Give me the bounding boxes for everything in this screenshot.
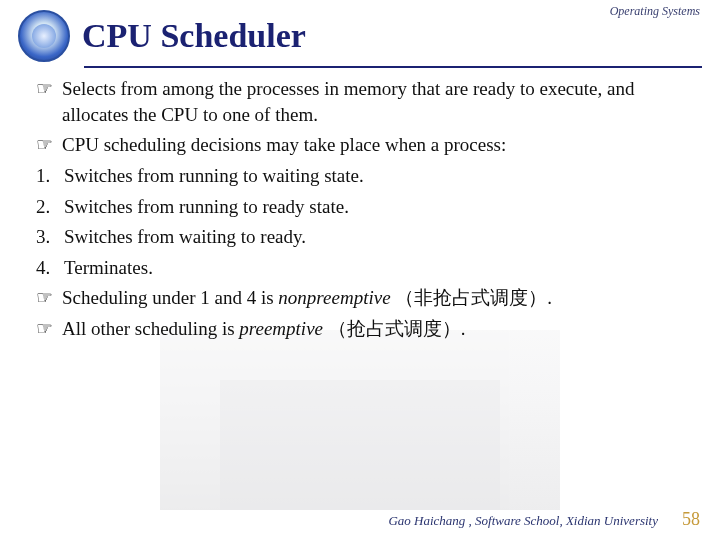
- emphasis: preemptive: [239, 318, 327, 339]
- bullet-item: ☞ Scheduling under 1 and 4 is nonpreempt…: [36, 285, 688, 311]
- bullet-text: Selects from among the processes in memo…: [62, 76, 688, 127]
- page-number: 58: [682, 509, 700, 530]
- footer: Gao Haichang , Software School, Xidian U…: [388, 509, 700, 530]
- list-item: 4. Terminates.: [36, 255, 688, 281]
- list-text: Switches from waiting to ready.: [64, 224, 688, 250]
- pointer-icon: ☞: [36, 76, 56, 127]
- pointer-icon: ☞: [36, 285, 56, 311]
- pointer-icon: ☞: [36, 132, 56, 158]
- text-run: .: [461, 318, 466, 339]
- list-number: 1.: [36, 163, 58, 189]
- text-run: Scheduling under 1 and 4 is: [62, 287, 278, 308]
- footer-credit: Gao Haichang , Software School, Xidian U…: [388, 513, 658, 529]
- title-underline: [84, 66, 702, 68]
- bullet-item: ☞ Selects from among the processes in me…: [36, 76, 688, 127]
- bullet-item: ☞ CPU scheduling decisions may take plac…: [36, 132, 688, 158]
- course-label: Operating Systems: [610, 4, 700, 19]
- emphasis: nonpreemptive: [278, 287, 395, 308]
- slide-title: CPU Scheduler: [82, 17, 306, 55]
- list-text: Switches from running to waiting state.: [64, 163, 688, 189]
- text-run: .: [547, 287, 552, 308]
- bullet-text: Scheduling under 1 and 4 is nonpreemptiv…: [62, 285, 688, 311]
- content-body: ☞ Selects from among the processes in me…: [18, 76, 702, 342]
- slide: Operating Systems CPU Scheduler ☞ Select…: [0, 0, 720, 540]
- list-item: 3. Switches from waiting to ready.: [36, 224, 688, 250]
- list-number: 4.: [36, 255, 58, 281]
- header: CPU Scheduler: [18, 10, 702, 62]
- university-logo-icon: [18, 10, 70, 62]
- list-number: 2.: [36, 194, 58, 220]
- list-text: Terminates.: [64, 255, 688, 281]
- cjk-text: （非抢占式调度）: [395, 287, 547, 308]
- list-item: 1. Switches from running to waiting stat…: [36, 163, 688, 189]
- bullet-text: CPU scheduling decisions may take place …: [62, 132, 688, 158]
- bullet-text: All other scheduling is preemptive （抢占式调…: [62, 316, 688, 342]
- list-item: 2. Switches from running to ready state.: [36, 194, 688, 220]
- text-run: All other scheduling is: [62, 318, 239, 339]
- cjk-text: （抢占式调度）: [328, 318, 461, 339]
- bullet-item: ☞ All other scheduling is preemptive （抢占…: [36, 316, 688, 342]
- list-text: Switches from running to ready state.: [64, 194, 688, 220]
- list-number: 3.: [36, 224, 58, 250]
- pointer-icon: ☞: [36, 316, 56, 342]
